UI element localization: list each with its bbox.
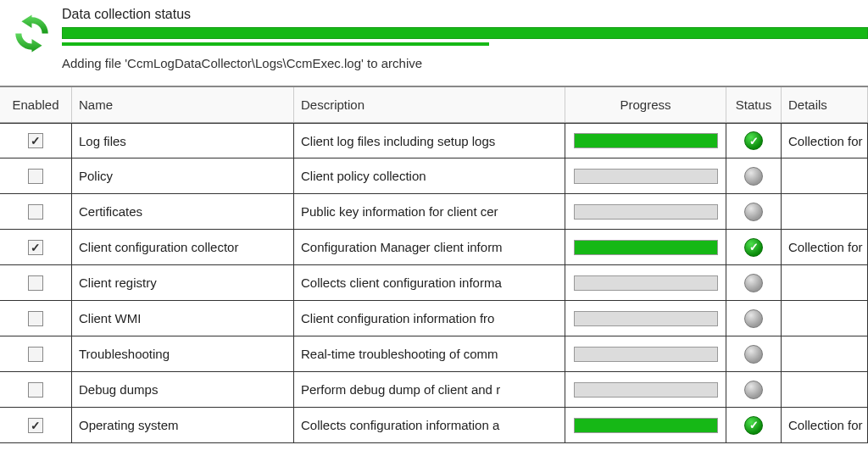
col-enabled[interactable]: Enabled: [0, 87, 72, 122]
table-row[interactable]: Log filesClient log files including setu…: [0, 123, 868, 158]
row-progress-bar: [574, 204, 718, 220]
table-row[interactable]: CertificatesPublic key information for c…: [0, 194, 868, 230]
row-progress-bar: [574, 169, 718, 184]
cell-enabled: [0, 124, 72, 158]
cell-status: [726, 158, 782, 193]
row-progress-bar: [574, 382, 718, 398]
col-details[interactable]: Details: [782, 87, 868, 122]
cell-progress: [565, 336, 726, 371]
cell-name: Operating system: [72, 408, 294, 442]
table-header: Enabled Name Description Progress Status…: [0, 87, 868, 123]
secondary-progress-bar: [62, 42, 489, 46]
refresh-icon: [8, 10, 55, 57]
cell-name: Certificates: [72, 194, 294, 229]
row-progress-bar: [574, 311, 718, 326]
cell-description: Client policy collection: [294, 158, 565, 193]
cell-description: Collects client configuration informa: [294, 265, 565, 300]
cell-name: Log files: [72, 124, 294, 158]
cell-details: Collection for: [782, 408, 868, 442]
enabled-checkbox[interactable]: [28, 169, 43, 184]
table-row[interactable]: Client WMIClient configuration informati…: [0, 301, 868, 336]
enabled-checkbox[interactable]: [28, 382, 43, 398]
cell-progress: [565, 301, 726, 336]
status-idle-icon: [744, 203, 763, 221]
enabled-checkbox[interactable]: [28, 347, 43, 362]
cell-status: [726, 301, 782, 336]
enabled-checkbox[interactable]: [28, 240, 43, 255]
cell-status: [726, 265, 782, 300]
table-row[interactable]: Operating systemCollects configuration i…: [0, 408, 868, 443]
row-progress-bar: [574, 240, 718, 255]
cell-name: Client registry: [72, 265, 294, 300]
col-status[interactable]: Status: [726, 87, 782, 122]
cell-progress: [565, 158, 726, 193]
cell-description: Client configuration information fro: [294, 301, 565, 336]
cell-details: Collection for: [782, 124, 868, 158]
table-row[interactable]: Debug dumpsPerform debug dump of client …: [0, 372, 868, 408]
cell-enabled: [0, 408, 72, 442]
cell-enabled: [0, 230, 72, 264]
cell-details: Collection for: [782, 230, 868, 264]
collector-table: Enabled Name Description Progress Status…: [0, 86, 868, 443]
table-row[interactable]: Client configuration collectorConfigurat…: [0, 230, 868, 265]
status-ok-icon: [744, 238, 763, 257]
enabled-checkbox[interactable]: [28, 418, 43, 433]
cell-status: [726, 372, 782, 407]
status-idle-icon: [744, 167, 763, 186]
table-row[interactable]: Client registryCollects client configura…: [0, 265, 868, 301]
cell-status: [726, 194, 782, 229]
status-idle-icon: [744, 274, 763, 292]
cell-name: Debug dumps: [72, 372, 294, 407]
enabled-checkbox[interactable]: [28, 204, 43, 220]
status-ok-icon: [744, 416, 763, 435]
enabled-checkbox[interactable]: [28, 311, 43, 326]
cell-enabled: [0, 336, 72, 371]
cell-progress: [565, 408, 726, 442]
cell-description: Configuration Manager client inform: [294, 230, 565, 264]
status-idle-icon: [744, 309, 763, 328]
table-row[interactable]: TroubleshootingReal-time troubleshooting…: [0, 336, 868, 372]
row-progress-fill: [575, 241, 717, 254]
row-progress-bar: [574, 418, 718, 433]
enabled-checkbox[interactable]: [28, 275, 43, 291]
cell-details: [782, 265, 868, 300]
status-header: Data collection status Adding file 'CcmL…: [0, 0, 868, 79]
col-description[interactable]: Description: [294, 87, 565, 122]
cell-progress: [565, 194, 726, 229]
row-progress-bar: [574, 133, 718, 148]
cell-status: [726, 336, 782, 371]
cell-name: Client WMI: [72, 301, 294, 336]
cell-details: [782, 372, 868, 407]
page-title: Data collection status: [62, 7, 868, 22]
cell-progress: [565, 265, 726, 300]
cell-enabled: [0, 265, 72, 300]
status-idle-icon: [744, 381, 763, 399]
cell-details: [782, 158, 868, 193]
cell-description: Client log files including setup logs: [294, 124, 565, 158]
row-progress-fill: [575, 419, 717, 432]
col-progress[interactable]: Progress: [565, 87, 726, 122]
cell-details: [782, 336, 868, 371]
enabled-checkbox[interactable]: [28, 133, 43, 148]
cell-details: [782, 194, 868, 229]
cell-status: [726, 230, 782, 264]
cell-enabled: [0, 301, 72, 336]
sub-status-text: Adding file 'CcmLogDataCollector\Logs\Cc…: [62, 56, 868, 70]
overall-progress-fill: [63, 28, 867, 38]
cell-status: [726, 124, 782, 158]
cell-enabled: [0, 372, 72, 407]
table-body: Log filesClient log files including setu…: [0, 123, 868, 443]
overall-progress-bar: [62, 27, 868, 39]
cell-enabled: [0, 194, 72, 229]
cell-description: Perform debug dump of client and r: [294, 372, 565, 407]
table-row[interactable]: PolicyClient policy collection: [0, 158, 868, 194]
col-name[interactable]: Name: [72, 87, 294, 122]
cell-progress: [565, 372, 726, 407]
row-progress-bar: [574, 275, 718, 291]
cell-progress: [565, 230, 726, 264]
cell-progress: [565, 124, 726, 158]
cell-name: Troubleshooting: [72, 336, 294, 371]
row-progress-fill: [575, 134, 717, 147]
cell-name: Client configuration collector: [72, 230, 294, 264]
cell-description: Public key information for client cer: [294, 194, 565, 229]
